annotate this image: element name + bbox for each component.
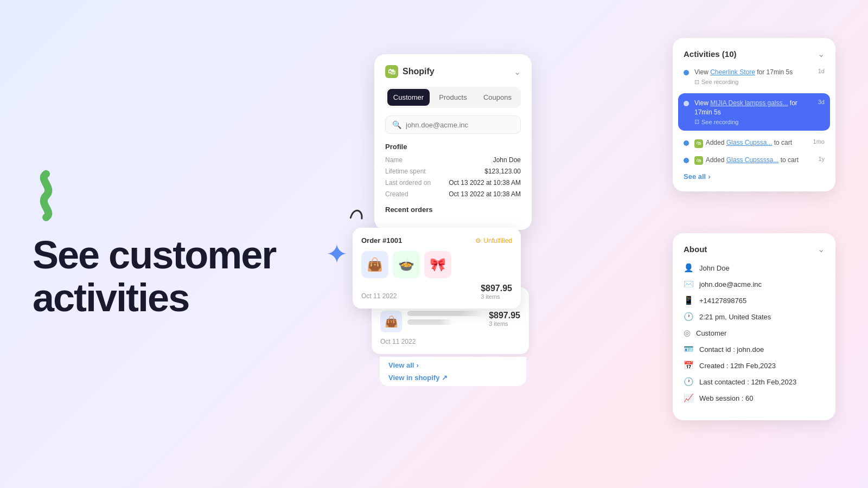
order-date-main: Oct 11 2022	[361, 292, 397, 300]
activity-time-2: 3d	[818, 99, 825, 105]
curl-decoration	[342, 199, 368, 228]
activity-time-1: 1d	[818, 68, 825, 74]
chevron-down-icon[interactable]: ⌄	[514, 67, 521, 77]
last-contacted-icon: 🕐	[684, 377, 694, 387]
hero-section: See customer activities	[33, 169, 293, 319]
order-blur-bars	[407, 311, 483, 332]
recent-orders-title: Recent orders	[385, 206, 521, 214]
activities-header: Activities (10) ⌄	[684, 49, 825, 59]
person-icon: 👤	[684, 263, 694, 273]
about-row-created: 📅 Created : 12th Feb,2023	[684, 361, 825, 370]
clock-icon: 🕐	[684, 312, 694, 322]
order-price-block-secondary: $897.95 3 items	[489, 311, 520, 332]
id-icon: 🪪	[684, 344, 694, 354]
shopify-card: 🛍 Shopify ⌄ Customer Products Coupons 🔍 …	[374, 54, 532, 230]
order-items-secondary: 3 items	[489, 320, 520, 327]
activity-item-1: View Cheerlink Store for 17min 5s ⊡ See …	[684, 68, 825, 86]
order-footer-main: Oct 11 2022 $897.95 3 items	[361, 284, 512, 300]
activity-dot-2	[684, 101, 689, 106]
activity-dot-3	[684, 140, 689, 146]
activity-text-4: 🛍 Added Glass Cupssssa... to cart	[694, 156, 813, 165]
order-price-main: $897.95	[481, 284, 512, 293]
activity-dot-1	[684, 70, 689, 75]
hero-title: See customer activities	[33, 234, 293, 319]
star-decoration: ✦	[326, 239, 348, 270]
activity-time-3: 1mo	[813, 138, 825, 145]
arrow-right-icon: ›	[416, 361, 418, 369]
order-images-main: 👜 🍲 🎀	[361, 251, 512, 278]
tab-products[interactable]: Products	[432, 89, 474, 106]
about-row-time: 🕐 2:21 pm, United States	[684, 312, 825, 322]
shopify-badge-3: 🛍	[694, 139, 703, 148]
about-row-customer: ◎ Customer	[684, 328, 825, 338]
order-header-main: Order #1001 ⚙ Unfulfilled	[361, 236, 512, 245]
activity-text-1: View Cheerlink Store for 17min 5s	[694, 68, 813, 77]
search-box[interactable]: 🔍	[385, 115, 521, 134]
calendar-icon: 📅	[684, 361, 694, 370]
search-icon: 🔍	[392, 120, 401, 129]
see-all-arrow-icon: ›	[708, 172, 710, 181]
activity-time-4: 1y	[818, 156, 825, 162]
view-in-shopify-link[interactable]: View in shopify ↗	[388, 374, 518, 382]
activities-title: Activities (10)	[684, 49, 737, 59]
profile-row-created: Created Oct 13 2022 at 10:38 AM	[385, 190, 521, 198]
activity-link-1[interactable]: Cheerlink Store	[710, 68, 755, 76]
shopify-header: 🛍 Shopify ⌄	[385, 65, 521, 78]
profile-row-lifetime: Lifetime spent $123,123.00	[385, 168, 521, 175]
search-input[interactable]	[406, 121, 514, 129]
view-all-link[interactable]: View all ›	[388, 361, 518, 369]
activity-content-4: 🛍 Added Glass Cupssssa... to cart	[694, 156, 813, 165]
unfulfilled-icon: ⚙	[475, 237, 481, 245]
shopify-icon: 🛍	[385, 65, 398, 78]
profile-title: Profile	[385, 143, 521, 151]
about-chevron-icon[interactable]: ⌄	[818, 244, 825, 254]
about-title: About	[684, 245, 707, 254]
activity-content-2: View MIJIA Desk lampss galss... for 17mi…	[694, 99, 813, 126]
shopify-logo: 🛍 Shopify	[385, 65, 435, 78]
activity-content-1: View Cheerlink Store for 17min 5s ⊡ See …	[694, 68, 813, 86]
activity-item-2: View MIJIA Desk lampss galss... for 17mi…	[678, 93, 830, 131]
order-secondary-content: 👜 $897.95 3 items	[380, 311, 520, 332]
activity-item-4: 🛍 Added Glass Cupssssa... to cart 1y	[684, 156, 825, 165]
about-row-name: 👤 John Doe	[684, 263, 825, 273]
order-price-secondary: $897.95	[489, 311, 520, 320]
about-row-last-contacted: 🕐 Last contacted : 12th Feb,2023	[684, 377, 825, 387]
profile-row-name: Name John Doe	[385, 156, 521, 164]
activity-recording-2: ⊡ See recording	[694, 118, 813, 125]
activity-dot-4	[684, 158, 689, 163]
tab-coupons[interactable]: Coupons	[476, 89, 519, 106]
blur-bar-2	[407, 319, 453, 325]
order-date-secondary: Oct 11 2022	[380, 338, 520, 345]
profile-row-last-ordered: Last ordered on Oct 13 2022 at 10:38 AM	[385, 179, 521, 187]
blur-bar-1	[407, 311, 483, 316]
phone-icon: 📱	[684, 296, 694, 305]
order-image-secondary: 👜	[380, 311, 402, 332]
activity-content-3: 🛍 Added Glass Cupssa... to cart	[694, 138, 808, 147]
customer-icon: ◎	[684, 328, 691, 338]
email-icon: ✉️	[684, 279, 694, 289]
shopify-badge-4: 🛍	[694, 156, 703, 165]
about-row-phone: 📱 +14127898765	[684, 296, 825, 305]
order-image-bowl: 🍲	[393, 251, 420, 278]
order-price-block-main: $897.95 3 items	[481, 284, 512, 300]
order-items-main: 3 items	[481, 293, 512, 300]
about-header: About ⌄	[684, 244, 825, 254]
web-session-icon: 📈	[684, 393, 694, 403]
order-status-main: ⚙ Unfulfilled	[475, 237, 512, 245]
activity-link-2[interactable]: MIJIA Desk lampss galss...	[710, 99, 788, 107]
activity-link-3[interactable]: Glass Cupssa...	[726, 139, 773, 146]
activities-chevron-icon[interactable]: ⌄	[818, 49, 825, 59]
order-card-main: Order #1001 ⚙ Unfulfilled 👜 🍲 🎀 Oct 11 2…	[353, 228, 521, 309]
see-all-link[interactable]: See all ›	[684, 172, 825, 181]
activity-text-3: 🛍 Added Glass Cupssa... to cart	[694, 138, 808, 147]
about-row-email: ✉️ john.doe@acme.inc	[684, 279, 825, 289]
about-row-web-session: 📈 Web session : 60	[684, 393, 825, 403]
order-image-pink: 🎀	[424, 251, 451, 278]
order-number-main: Order #1001	[361, 236, 402, 245]
recording-icon-2: ⊡	[694, 118, 699, 125]
activity-link-4[interactable]: Glass Cupssssa...	[726, 156, 779, 164]
tabs-container: Customer Products Coupons	[385, 87, 521, 108]
view-links-section: View all › View in shopify ↗	[380, 357, 526, 386]
activity-item-3: 🛍 Added Glass Cupssa... to cart 1mo	[684, 138, 825, 147]
tab-customer[interactable]: Customer	[387, 89, 430, 106]
